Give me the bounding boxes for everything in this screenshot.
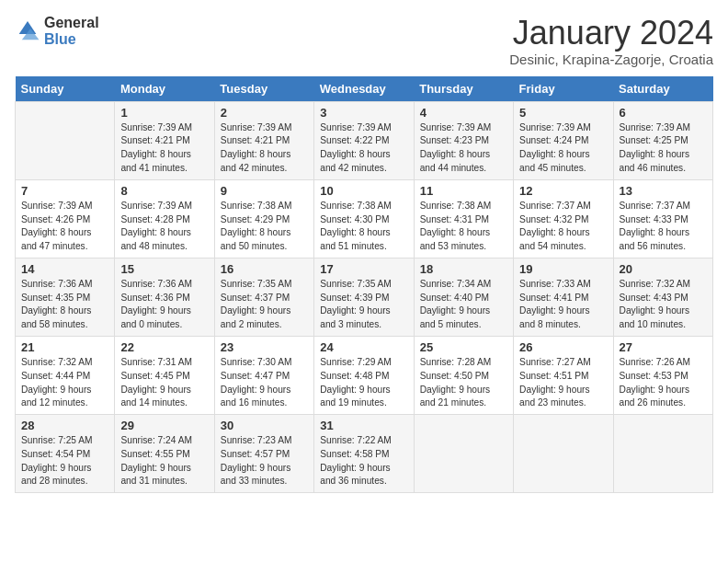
table-row: 15Sunrise: 7:36 AMSunset: 4:36 PMDayligh… bbox=[115, 258, 214, 336]
day-number: 11 bbox=[420, 184, 507, 198]
day-number: 28 bbox=[21, 419, 108, 432]
table-row: 18Sunrise: 7:34 AMSunset: 4:40 PMDayligh… bbox=[414, 258, 513, 336]
table-row: 24Sunrise: 7:29 AMSunset: 4:48 PMDayligh… bbox=[314, 336, 414, 414]
cell-info: Sunrise: 7:31 AMSunset: 4:45 PMDaylight:… bbox=[120, 356, 208, 410]
table-row: 16Sunrise: 7:35 AMSunset: 4:37 PMDayligh… bbox=[214, 258, 313, 336]
cell-info: Sunrise: 7:29 AMSunset: 4:48 PMDaylight:… bbox=[320, 356, 407, 410]
cell-info: Sunrise: 7:39 AMSunset: 4:21 PMDaylight:… bbox=[221, 121, 308, 176]
table-row bbox=[16, 101, 115, 179]
day-number: 30 bbox=[221, 419, 308, 432]
table-row bbox=[613, 415, 712, 493]
header-monday: Monday bbox=[115, 76, 214, 102]
table-row: 21Sunrise: 7:32 AMSunset: 4:44 PMDayligh… bbox=[16, 336, 115, 414]
table-row: 5Sunrise: 7:39 AMSunset: 4:24 PMDaylight… bbox=[514, 101, 613, 179]
cell-info: Sunrise: 7:35 AMSunset: 4:37 PMDaylight:… bbox=[221, 278, 308, 332]
table-row: 29Sunrise: 7:24 AMSunset: 4:55 PMDayligh… bbox=[115, 415, 214, 493]
table-row: 30Sunrise: 7:23 AMSunset: 4:57 PMDayligh… bbox=[214, 415, 313, 493]
cell-info: Sunrise: 7:25 AMSunset: 4:54 PMDaylight:… bbox=[21, 434, 108, 488]
table-row: 3Sunrise: 7:39 AMSunset: 4:22 PMDaylight… bbox=[314, 101, 414, 179]
table-row: 17Sunrise: 7:35 AMSunset: 4:39 PMDayligh… bbox=[314, 258, 414, 336]
table-row: 31Sunrise: 7:22 AMSunset: 4:58 PMDayligh… bbox=[314, 415, 414, 493]
cell-info: Sunrise: 7:38 AMSunset: 4:30 PMDaylight:… bbox=[320, 200, 407, 254]
cell-info: Sunrise: 7:24 AMSunset: 4:55 PMDaylight:… bbox=[120, 434, 208, 488]
cell-info: Sunrise: 7:37 AMSunset: 4:32 PMDaylight:… bbox=[519, 200, 607, 254]
cell-info: Sunrise: 7:22 AMSunset: 4:58 PMDaylight:… bbox=[320, 434, 407, 488]
table-row: 8Sunrise: 7:39 AMSunset: 4:28 PMDaylight… bbox=[115, 179, 214, 258]
table-row: 10Sunrise: 7:38 AMSunset: 4:30 PMDayligh… bbox=[314, 179, 414, 258]
day-number: 14 bbox=[21, 262, 108, 276]
svg-marker-0 bbox=[19, 21, 37, 34]
day-number: 31 bbox=[320, 419, 407, 432]
cell-info: Sunrise: 7:39 AMSunset: 4:22 PMDaylight:… bbox=[320, 121, 407, 176]
calendar-title: January 2024 bbox=[509, 15, 713, 52]
title-area: January 2024 Desinic, Krapina-Zagorje, C… bbox=[509, 15, 713, 67]
table-row: 11Sunrise: 7:38 AMSunset: 4:31 PMDayligh… bbox=[414, 179, 513, 258]
day-number: 16 bbox=[221, 262, 308, 276]
table-row: 25Sunrise: 7:28 AMSunset: 4:50 PMDayligh… bbox=[414, 336, 513, 414]
table-row: 14Sunrise: 7:36 AMSunset: 4:35 PMDayligh… bbox=[16, 258, 115, 336]
day-number: 18 bbox=[420, 262, 507, 276]
logo-text: General Blue bbox=[44, 15, 99, 47]
table-row: 26Sunrise: 7:27 AMSunset: 4:51 PMDayligh… bbox=[514, 336, 613, 414]
table-row bbox=[514, 415, 613, 493]
cell-info: Sunrise: 7:39 AMSunset: 4:28 PMDaylight:… bbox=[120, 200, 208, 254]
cell-info: Sunrise: 7:23 AMSunset: 4:57 PMDaylight:… bbox=[221, 434, 308, 488]
cell-info: Sunrise: 7:35 AMSunset: 4:39 PMDaylight:… bbox=[320, 278, 407, 332]
table-row: 23Sunrise: 7:30 AMSunset: 4:47 PMDayligh… bbox=[214, 336, 313, 414]
logo-blue: Blue bbox=[44, 31, 99, 48]
day-number: 27 bbox=[620, 340, 707, 354]
header-sunday: Sunday bbox=[16, 76, 115, 102]
cell-info: Sunrise: 7:39 AMSunset: 4:21 PMDaylight:… bbox=[120, 121, 208, 176]
header-wednesday: Wednesday bbox=[314, 76, 414, 102]
main-container: General Blue January 2024 Desinic, Krapi… bbox=[0, 0, 728, 502]
header: General Blue January 2024 Desinic, Krapi… bbox=[15, 15, 713, 67]
day-number: 29 bbox=[120, 419, 208, 432]
cell-info: Sunrise: 7:38 AMSunset: 4:29 PMDaylight:… bbox=[221, 200, 308, 254]
day-number: 24 bbox=[320, 340, 407, 354]
table-row: 12Sunrise: 7:37 AMSunset: 4:32 PMDayligh… bbox=[514, 179, 613, 258]
day-number: 15 bbox=[120, 262, 208, 276]
day-number: 20 bbox=[620, 262, 707, 276]
table-row: 1Sunrise: 7:39 AMSunset: 4:21 PMDaylight… bbox=[115, 101, 214, 179]
cell-info: Sunrise: 7:30 AMSunset: 4:47 PMDaylight:… bbox=[221, 356, 308, 410]
day-number: 12 bbox=[519, 184, 607, 198]
logo-general: General bbox=[44, 15, 99, 31]
day-number: 21 bbox=[21, 340, 108, 354]
day-number: 25 bbox=[420, 340, 507, 354]
day-number: 17 bbox=[320, 262, 407, 276]
calendar-header: Sunday Monday Tuesday Wednesday Thursday… bbox=[16, 76, 713, 102]
day-number: 5 bbox=[519, 106, 607, 120]
day-number: 7 bbox=[21, 184, 108, 198]
table-row: 22Sunrise: 7:31 AMSunset: 4:45 PMDayligh… bbox=[115, 336, 214, 414]
cell-info: Sunrise: 7:36 AMSunset: 4:36 PMDaylight:… bbox=[120, 278, 208, 332]
day-number: 3 bbox=[320, 106, 407, 120]
logo: General Blue bbox=[15, 15, 99, 47]
day-number: 26 bbox=[519, 340, 607, 354]
header-friday: Friday bbox=[514, 76, 613, 102]
table-row: 4Sunrise: 7:39 AMSunset: 4:23 PMDaylight… bbox=[414, 101, 513, 179]
table-row bbox=[414, 415, 513, 493]
day-number: 23 bbox=[221, 340, 308, 354]
cell-info: Sunrise: 7:36 AMSunset: 4:35 PMDaylight:… bbox=[21, 278, 108, 332]
cell-info: Sunrise: 7:33 AMSunset: 4:41 PMDaylight:… bbox=[519, 278, 607, 332]
cell-info: Sunrise: 7:26 AMSunset: 4:53 PMDaylight:… bbox=[620, 356, 707, 410]
cell-info: Sunrise: 7:37 AMSunset: 4:33 PMDaylight:… bbox=[620, 200, 707, 254]
cell-info: Sunrise: 7:39 AMSunset: 4:24 PMDaylight:… bbox=[519, 121, 607, 176]
cell-info: Sunrise: 7:39 AMSunset: 4:25 PMDaylight:… bbox=[620, 121, 707, 176]
table-row: 13Sunrise: 7:37 AMSunset: 4:33 PMDayligh… bbox=[613, 179, 712, 258]
cell-info: Sunrise: 7:32 AMSunset: 4:43 PMDaylight:… bbox=[620, 278, 707, 332]
day-number: 10 bbox=[320, 184, 407, 198]
day-number: 4 bbox=[420, 106, 507, 120]
day-number: 13 bbox=[620, 184, 707, 198]
header-tuesday: Tuesday bbox=[214, 76, 313, 102]
cell-info: Sunrise: 7:28 AMSunset: 4:50 PMDaylight:… bbox=[420, 356, 507, 410]
day-number: 6 bbox=[620, 106, 707, 120]
header-thursday: Thursday bbox=[414, 76, 513, 102]
table-row: 28Sunrise: 7:25 AMSunset: 4:54 PMDayligh… bbox=[16, 415, 115, 493]
day-number: 9 bbox=[221, 184, 308, 198]
cell-info: Sunrise: 7:27 AMSunset: 4:51 PMDaylight:… bbox=[519, 356, 607, 410]
table-row: 20Sunrise: 7:32 AMSunset: 4:43 PMDayligh… bbox=[613, 258, 712, 336]
table-row: 6Sunrise: 7:39 AMSunset: 4:25 PMDaylight… bbox=[613, 101, 712, 179]
table-row: 27Sunrise: 7:26 AMSunset: 4:53 PMDayligh… bbox=[613, 336, 712, 414]
logo-icon bbox=[15, 18, 40, 44]
